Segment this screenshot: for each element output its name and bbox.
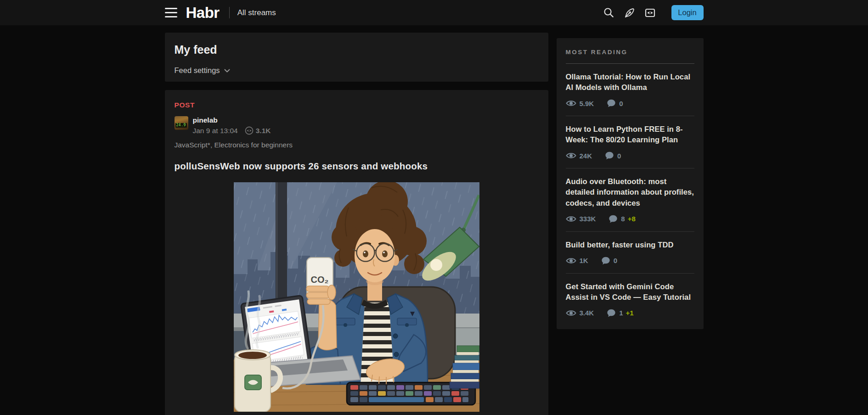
author-avatar[interactable]: 24.9 <box>175 116 188 130</box>
eye-square-reader-icon[interactable] <box>643 6 657 20</box>
page-title: My feed <box>175 43 539 56</box>
views-count: 24K <box>580 152 592 160</box>
comments-bubble-icon <box>609 214 618 224</box>
avatar-display-readout: 24.9 <box>175 123 187 128</box>
comments-count: 8 <box>621 215 625 223</box>
comments-bubble-icon <box>607 99 616 108</box>
comments-count: 0 <box>619 100 623 107</box>
habr-logo[interactable]: Habr <box>186 4 220 22</box>
login-button[interactable]: Login <box>671 5 704 20</box>
feed-settings-label: Feed settings <box>175 66 220 75</box>
new-comments-badge: +8 <box>628 215 636 223</box>
post-views-value: 3.1K <box>256 127 271 135</box>
views-count: 1K <box>580 257 588 264</box>
nav-divider <box>229 7 230 18</box>
views-count: 5.9K <box>580 100 594 107</box>
comments-bubble-icon <box>605 151 614 160</box>
post-timestamp[interactable]: Jan 9 at 13:04 <box>193 127 238 135</box>
feed-settings-button[interactable]: Feed settings <box>175 66 230 75</box>
stream-selector[interactable]: All streams <box>237 8 276 17</box>
most-reading-item-5[interactable]: Get Started with Gemini Code Assist in V… <box>566 274 694 325</box>
co2-sensor-device: CO₂ <box>306 258 336 304</box>
search-icon[interactable] <box>602 6 616 20</box>
hamburger-menu-icon[interactable] <box>165 8 177 17</box>
eye-views-icon <box>566 309 576 317</box>
comments-bubble-icon <box>601 256 610 265</box>
comments-bubble-icon <box>607 308 616 318</box>
eye-views-icon <box>566 257 576 264</box>
most-reading-title: MOST READING <box>566 46 694 64</box>
svg-text:CO₂: CO₂ <box>310 275 328 285</box>
author-name[interactable]: pinelab <box>193 116 271 124</box>
comments-count: 0 <box>617 152 621 160</box>
most-reading-item-2[interactable]: How to Learn Python FREE in 8-Week: The … <box>566 116 694 168</box>
most-reading-widget: MOST READING Ollama Tutorial: How to Run… <box>557 38 704 329</box>
eye-views-icon <box>566 215 576 223</box>
post-title[interactable]: polluSensWeb now supports 26 sensors and… <box>175 161 539 172</box>
post-card: POST 24.9 pinelab Jan 9 at 13:04 3.1K <box>165 90 548 415</box>
views-count: 3.4K <box>580 309 594 317</box>
eye-circle-icon <box>245 126 254 135</box>
comments-count: 0 <box>614 257 617 264</box>
most-reading-item-4[interactable]: Build better, faster using TDD 1K 0 <box>566 232 694 274</box>
chevron-down-icon <box>224 69 230 73</box>
top-navbar: Habr All streams Login <box>0 0 868 25</box>
most-reading-item-1[interactable]: Ollama Tutorial: How to Run Local AI Mod… <box>566 64 694 116</box>
post-hubs[interactable]: JavaScript*, Electronics for beginners <box>175 141 539 149</box>
eye-views-icon <box>566 152 576 159</box>
feed-header-card: My feed Feed settings <box>165 33 548 82</box>
post-meta: 24.9 pinelab Jan 9 at 13:04 3.1K <box>175 116 539 135</box>
post-cover-illustration: CO₂ <box>234 182 479 412</box>
views-count: 333K <box>580 215 596 223</box>
post-type-label[interactable]: POST <box>175 101 195 109</box>
write-post-pen-icon[interactable] <box>623 6 637 20</box>
new-comments-badge: +1 <box>626 309 634 317</box>
most-reading-item-3[interactable]: Audio over Bluetooth: most detailed info… <box>566 168 694 231</box>
comments-count: 1 <box>619 309 623 317</box>
eye-views-icon <box>566 100 576 107</box>
post-views-counter: 3.1K <box>245 126 271 135</box>
